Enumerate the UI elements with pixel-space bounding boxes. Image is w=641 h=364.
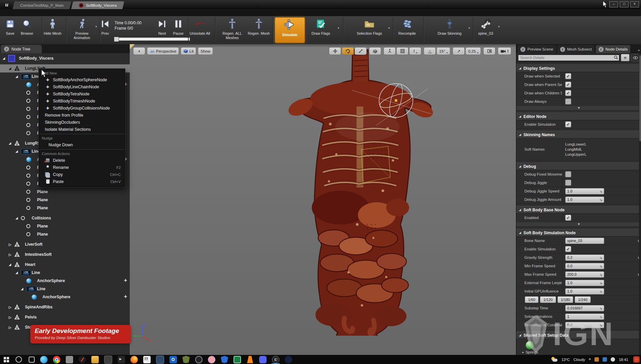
maximize-button[interactable]: □ bbox=[620, 1, 629, 7]
number-field[interactable]: 1.0 bbox=[565, 196, 604, 203]
close-button[interactable]: × bbox=[630, 1, 639, 7]
taskbar-app-icon[interactable] bbox=[29, 357, 35, 363]
taskbar-app-icon[interactable] bbox=[91, 356, 99, 363]
preset-button[interactable]: 1/240 bbox=[575, 296, 591, 303]
section-header[interactable]: Debug bbox=[516, 162, 641, 170]
prev-frame-button[interactable]: Prev bbox=[97, 18, 113, 36]
tree-row[interactable]: Collisions bbox=[0, 214, 130, 222]
section-header[interactable]: Display Settings bbox=[516, 64, 641, 72]
display-filter-button[interactable]: ≡ bbox=[621, 54, 630, 61]
weather-temp[interactable]: 13°C bbox=[561, 358, 570, 362]
checkbox[interactable] bbox=[565, 90, 571, 96]
expander-icon[interactable] bbox=[9, 326, 14, 329]
taskbar-app-icon[interactable] bbox=[79, 356, 86, 363]
camera-speed-button[interactable]: ! bbox=[498, 47, 511, 55]
context-menu-item[interactable]: SoftBodyTrimeshNode bbox=[39, 97, 125, 104]
simulate-button[interactable]: Simulate bbox=[275, 17, 305, 43]
add-child-node-button[interactable] bbox=[124, 294, 127, 300]
tree-row[interactable]: Pelvis bbox=[0, 313, 130, 321]
taskbar-app-icon[interactable] bbox=[40, 356, 48, 363]
expander-icon[interactable] bbox=[9, 315, 14, 319]
regen-mesh-button[interactable]: Regen. Mesh bbox=[246, 18, 272, 36]
taskbar-app-icon[interactable] bbox=[118, 356, 125, 363]
hide-mesh-button[interactable]: Hide Mesh bbox=[39, 18, 66, 36]
taskbar-app-icon[interactable] bbox=[3, 356, 10, 363]
tree-row[interactable]: Heart bbox=[0, 261, 130, 269]
text-field[interactable]: spine_03 bbox=[565, 238, 604, 244]
taskbar-app-icon[interactable] bbox=[130, 356, 138, 363]
number-field[interactable]: 1 bbox=[565, 313, 604, 320]
tree-row[interactable]: Plane bbox=[0, 188, 130, 196]
next-frame-button[interactable]: Next bbox=[154, 18, 170, 36]
checkbox[interactable] bbox=[565, 73, 571, 79]
tree-row[interactable]: Plane bbox=[0, 196, 130, 204]
expander-icon[interactable] bbox=[16, 216, 21, 220]
asset-tab[interactable]: SoftBody_Viscera bbox=[71, 1, 124, 9]
rotation-snap-value-button[interactable]: 15° bbox=[436, 47, 450, 55]
dropdown-caret-icon[interactable] bbox=[95, 25, 97, 28]
section-header[interactable]: Editor Node bbox=[516, 113, 641, 120]
preset-button[interactable]: 1/120 bbox=[540, 296, 556, 303]
taskbar-app-icon[interactable] bbox=[66, 356, 73, 363]
checkbox[interactable] bbox=[565, 246, 571, 252]
taskbar-app-icon[interactable] bbox=[182, 356, 190, 363]
section-header[interactable]: Shared Soft Setup Data bbox=[516, 331, 641, 339]
tray-icon[interactable] bbox=[594, 357, 599, 362]
viscera-model[interactable] bbox=[286, 49, 435, 336]
expander-icon[interactable] bbox=[9, 142, 14, 145]
expand-advanced-button[interactable] bbox=[516, 106, 641, 111]
pause-button[interactable]: Pause bbox=[171, 18, 186, 36]
springs-object-icon[interactable] bbox=[526, 341, 534, 349]
perspective-button[interactable]: Perspective bbox=[147, 47, 179, 55]
tab-overflow-arrow[interactable]: ▸ bbox=[638, 48, 641, 53]
checkbox[interactable] bbox=[565, 215, 571, 221]
notification-badge-icon[interactable] bbox=[633, 356, 640, 363]
checkbox[interactable] bbox=[565, 171, 571, 177]
expander-icon[interactable] bbox=[3, 57, 8, 60]
taskbar-app-icon[interactable] bbox=[285, 356, 292, 363]
scrollbar[interactable] bbox=[639, 54, 641, 355]
unisolate-all-button[interactable]: Unisolate All bbox=[187, 18, 212, 36]
selection-flags-button[interactable]: Selection Flags bbox=[353, 18, 386, 36]
taskbar-app-icon[interactable] bbox=[104, 356, 112, 364]
dropdown-caret-icon[interactable] bbox=[388, 26, 390, 30]
preview-animation-button[interactable]: Preview Animation bbox=[68, 18, 96, 40]
expander-icon[interactable] bbox=[21, 287, 26, 291]
tree-row[interactable]: Plane bbox=[0, 230, 130, 238]
viewport-options-button[interactable]: ▾ bbox=[133, 47, 145, 55]
taskbar-app-icon[interactable] bbox=[143, 356, 151, 363]
save-button[interactable]: Save bbox=[2, 18, 19, 36]
context-menu-item[interactable]: SoftBodyTetraNode bbox=[39, 90, 125, 97]
taskbar-app-icon[interactable] bbox=[221, 356, 228, 363]
search-details-input[interactable] bbox=[518, 55, 619, 61]
weather-condition[interactable]: Cloudy bbox=[574, 358, 585, 362]
taskbar-app-icon[interactable] bbox=[272, 356, 279, 363]
context-menu-item[interactable]: Isolate Material Sections bbox=[39, 126, 125, 133]
number-field[interactable]: 0.2 bbox=[565, 254, 604, 261]
asset-tab[interactable]: CombatTestMap_P_Main bbox=[12, 1, 71, 9]
dropdown-caret-icon[interactable] bbox=[338, 26, 339, 30]
taskbar-app-icon[interactable] bbox=[156, 356, 164, 364]
taskbar-app-icon[interactable] bbox=[234, 356, 241, 363]
expander-icon[interactable] bbox=[16, 75, 21, 78]
expander-icon[interactable] bbox=[9, 67, 14, 70]
tree-row[interactable]: SoftBody_Viscera bbox=[0, 54, 130, 62]
expander-icon[interactable] bbox=[9, 305, 14, 309]
tab-node-tree[interactable]: i Node Tree bbox=[1, 45, 42, 53]
tree-row[interactable]: SpineAndRibs bbox=[0, 303, 130, 311]
taskbar-app-icon[interactable] bbox=[195, 356, 203, 363]
context-menu-item[interactable]: SoftBodyAnchorSphereNode bbox=[39, 76, 125, 83]
3d-viewport[interactable]: ▾ Perspective Lit Show ! bbox=[130, 44, 516, 355]
add-child-node-button[interactable] bbox=[124, 277, 127, 283]
timeline-scrubber[interactable] bbox=[114, 37, 190, 41]
tray-icon[interactable] bbox=[603, 357, 607, 362]
tree-row[interactable]: AnchorSphere bbox=[0, 293, 130, 301]
maximize-viewport-button[interactable] bbox=[483, 47, 495, 55]
scale-snap-value-button[interactable]: 0.25 bbox=[465, 47, 481, 55]
context-menu-item[interactable]: Paste Ctrl+V bbox=[39, 178, 125, 185]
number-field[interactable]: 200.0 bbox=[565, 271, 604, 278]
checkbox[interactable] bbox=[565, 180, 571, 186]
taskbar-app-icon[interactable] bbox=[16, 356, 22, 363]
section-header[interactable]: Soft Body Simulation Node bbox=[516, 229, 641, 237]
number-field[interactable]: 1.0 bbox=[565, 188, 604, 194]
